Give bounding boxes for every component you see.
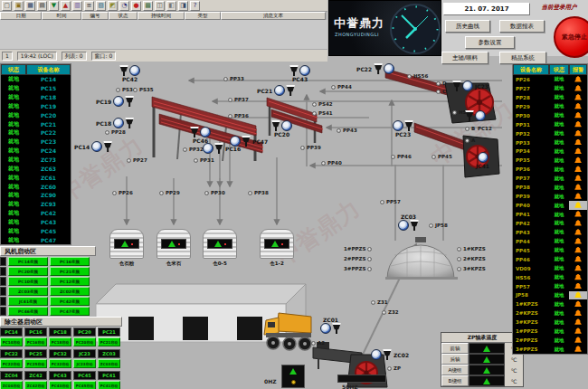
start-button[interactable]: ZC03启动 [98,359,120,368]
main-feed-button[interactable]: 主辅/喂料 [441,52,488,64]
device-row[interactable]: 就地ZC63 [1,164,71,173]
device-row[interactable]: 就地PC19 [1,102,71,111]
device-label-button[interactable]: PC18 [49,327,71,337]
device-row[interactable]: 就地ZC90 [1,191,71,200]
device-label-button[interactable]: PC25 [24,349,47,358]
vfd-start-button[interactable]: JC41变频 [8,297,48,306]
save-icon[interactable]: ▦ [25,1,35,11]
vfd-start-button[interactable]: PC14变频 [8,257,48,266]
device-row[interactable]: PP39就地 [513,192,587,201]
start-button[interactable]: ZC04启动 [0,381,23,389]
users-icon[interactable]: ◨ [178,1,188,11]
device-row[interactable]: 2#PPZS就地 [513,336,587,345]
vfd-start-button[interactable]: PC21变频 [50,267,90,276]
start-button[interactable]: PC32启动 [49,359,71,368]
start-button[interactable]: ZC42启动 [24,381,47,389]
device-row[interactable]: 就地PC21 [1,119,71,128]
device-label-button[interactable]: PC41 [98,371,120,380]
start-button[interactable]: PC43启动 [49,381,71,389]
device-row[interactable]: 就地ZC93 [1,200,71,209]
device-label-button[interactable] [0,267,6,276]
device-label-button[interactable] [0,277,6,286]
device-row[interactable]: PP36就地 [513,165,587,174]
device-label-button[interactable]: ZC04 [0,371,23,380]
alarm-column-header[interactable]: 类型 [185,12,221,20]
device-row[interactable]: 就地PC47 [1,235,71,244]
vfd-start-button[interactable]: PC42变频 [50,297,90,306]
start-button[interactable]: PC21启动 [98,337,120,346]
device-label-button[interactable]: PC32 [49,349,71,358]
device-label-button[interactable]: PC20 [73,327,96,337]
date-display[interactable]: 21. 07. 2017 [443,3,530,15]
device-label-button[interactable]: PC45 [73,371,96,380]
device-label-button[interactable] [0,297,6,306]
device-row[interactable]: 就地PC18 [1,93,71,102]
device-row[interactable]: PP43就地 [513,228,587,237]
device-row[interactable]: 就地PC43 [1,218,71,227]
grid-icon[interactable]: ▩ [143,1,153,11]
start-button[interactable]: PC45启动 [73,381,96,389]
vfd-start-button[interactable]: PC10变频 [8,277,48,286]
start-button[interactable]: PC22启动 [0,359,23,368]
ack-alarm-icon[interactable]: ▼ [49,1,59,11]
device-row[interactable]: 1#KPZS就地 [513,299,587,308]
start-button[interactable]: PC20启动 [73,337,96,346]
alarm-column-header[interactable]: 持续时间 [138,12,185,20]
start-button[interactable]: PC25启动 [24,359,47,368]
clock-icon[interactable]: ◔ [119,1,129,11]
vfd-start-button[interactable]: ZC02变频 [50,287,90,296]
start-button[interactable]: PC16启动 [24,337,47,346]
device-label-button[interactable]: PC21 [98,327,120,337]
device-row[interactable]: 1#PPZS就地 [513,327,587,336]
device-row[interactable]: 就地PC20 [1,110,71,119]
vfd-start-button[interactable]: ZC03变频 [8,287,48,296]
device-row[interactable]: PP45就地 [513,246,587,255]
device-row[interactable]: JP58就地 [513,291,587,300]
alarm-column-header[interactable]: 状态 [109,12,138,20]
device-label-button[interactable] [0,287,6,296]
device-row[interactable]: PP40就地 [513,201,587,210]
device-row[interactable]: PP57就地 [513,282,587,291]
device-row[interactable]: 就地ZC73 [1,156,71,165]
device-label-button[interactable] [0,257,6,266]
data-report-button[interactable]: 数据报表 [499,20,545,33]
device-row[interactable]: PP32就地 [513,129,587,138]
filter-icon[interactable]: ▥ [72,1,82,11]
stop-icon[interactable]: ● [131,1,141,11]
alarm-list[interactable] [0,20,327,50]
alarm-icon[interactable]: ▲ [61,1,71,11]
device-row[interactable]: 就地PC45 [1,226,71,235]
vfd-start-button[interactable]: PC12变频 [50,277,90,286]
device-row[interactable]: PP34就地 [513,147,587,157]
alarm-column-header[interactable]: 消息文本 [221,12,326,20]
device-row[interactable]: PP28就地 [513,93,587,102]
device-row[interactable]: PP37就地 [513,174,587,183]
device-row[interactable]: 就地PC23 [1,138,71,147]
device-row[interactable]: PP35就地 [513,156,587,165]
device-row[interactable]: 就地PC22 [1,128,71,138]
device-row[interactable]: PP27就地 [513,84,587,93]
list-icon[interactable]: ≡ [84,1,94,11]
device-row[interactable]: PP30就地 [513,111,587,120]
history-curve-button[interactable]: 历史曲线 [445,20,490,33]
device-row[interactable]: 3#KPZS就地 [513,318,587,327]
device-label-button[interactable]: PC14 [0,327,23,337]
alarm-column-header[interactable]: 时间 [42,12,81,20]
help-icon[interactable]: ? [190,1,200,11]
device-label-button[interactable]: ZC42 [24,371,47,380]
device-label-button[interactable]: PC16 [24,327,47,337]
device-row[interactable]: PP42就地 [513,219,587,228]
device-row[interactable]: PP44就地 [513,237,587,246]
start-button[interactable]: JC23启动 [73,359,96,368]
alarm-column-header[interactable]: 日期 [0,12,42,20]
device-row[interactable]: VD09就地 [513,264,587,273]
vfd-start-button[interactable]: PC20变频 [8,267,48,276]
device-label-button[interactable]: PC43 [49,371,71,380]
device-label-button[interactable] [0,307,6,316]
vfd-start-button[interactable]: PC47变频 [50,307,90,316]
device-row[interactable]: 就地PC14 [1,75,71,84]
emergency-stop-button[interactable]: 紧急停止 [554,16,588,58]
premium-system-button[interactable]: 精品系统 [499,52,546,64]
device-label-button[interactable]: PC22 [0,349,23,358]
device-row[interactable]: 3#PPZS就地 [513,345,587,354]
